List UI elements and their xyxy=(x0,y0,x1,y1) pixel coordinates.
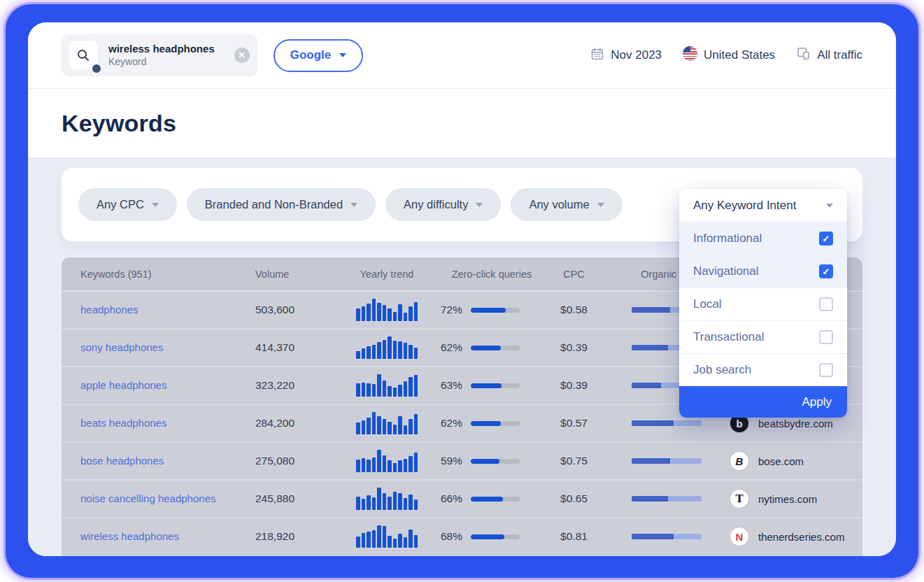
chevron-down-icon xyxy=(152,203,159,207)
keyword-link[interactable]: apple headphones xyxy=(80,379,166,391)
checkbox-icon[interactable] xyxy=(819,297,833,311)
keyword-link[interactable]: bose headphones xyxy=(80,455,164,467)
zero-click-value: 72% xyxy=(441,304,462,316)
trend-bar xyxy=(383,455,387,472)
trend-bar xyxy=(383,526,387,548)
checkbox-checked-icon[interactable]: ✓ xyxy=(819,232,833,246)
trend-bar xyxy=(408,345,413,359)
meta-item-united-states[interactable]: United States xyxy=(683,46,775,64)
filter-pill-any-volume[interactable]: Any volume xyxy=(511,188,622,221)
keyword-link[interactable]: sony headphones xyxy=(80,341,163,353)
trend-bar xyxy=(367,383,371,397)
trend-bar xyxy=(372,345,376,359)
trend-bar xyxy=(367,418,371,434)
trend-bar xyxy=(404,537,408,548)
trend-chart xyxy=(356,299,418,321)
app-window: wireless headphones Keyword ✕ Google Nov… xyxy=(28,22,896,556)
trend-chart xyxy=(356,525,418,548)
trend-bar xyxy=(388,386,392,397)
intent-option-job-search[interactable]: Job search xyxy=(679,353,847,386)
trend-bar xyxy=(393,492,397,510)
intent-option-label: Transactional xyxy=(693,330,764,344)
trend-bar xyxy=(393,463,397,472)
trend-bar xyxy=(404,498,408,510)
checkbox-icon[interactable] xyxy=(819,363,833,377)
search-input[interactable]: wireless headphones Keyword xyxy=(108,43,225,68)
filter-pill-any-cpc[interactable]: Any CPC xyxy=(78,188,177,221)
meta-item-label: Nov 2023 xyxy=(611,48,662,62)
chevron-down-icon xyxy=(350,203,357,207)
column-header: Volume xyxy=(255,269,334,280)
intent-option-label: Local xyxy=(693,297,722,311)
keyword-link[interactable]: wireless headphones xyxy=(80,530,179,542)
organic-split-bar xyxy=(632,420,702,426)
domain-favicon-icon: B xyxy=(730,452,748,470)
trend-bar xyxy=(356,423,360,434)
chevron-down-icon xyxy=(597,203,604,207)
trend-bar xyxy=(414,535,418,548)
trend-bar xyxy=(362,533,366,548)
chevron-down-icon xyxy=(826,204,833,208)
keyword-link[interactable]: noise cancelling headphones xyxy=(80,492,215,504)
filter-pill-any-difficulty[interactable]: Any difficulty xyxy=(385,188,501,221)
trend-bar xyxy=(398,416,402,434)
cpc-cell: $0.58 xyxy=(544,304,604,316)
zero-click-bar-fill xyxy=(471,534,504,539)
calendar-icon xyxy=(590,47,604,64)
trend-bar xyxy=(367,532,371,548)
trend-bar xyxy=(377,488,381,510)
organic-cell xyxy=(604,534,712,539)
trend-bar xyxy=(408,495,413,510)
trend-bar xyxy=(377,450,381,472)
zero-click-bar-fill xyxy=(471,421,501,426)
trend-bar xyxy=(362,499,366,510)
meta-item-nov-2023[interactable]: Nov 2023 xyxy=(590,47,662,64)
yearly-trend-cell xyxy=(334,412,439,434)
trend-bar xyxy=(377,342,381,359)
trend-bar xyxy=(362,458,366,472)
volume-cell: 503,600 xyxy=(255,304,334,316)
trend-bar xyxy=(393,312,397,321)
trend-bar xyxy=(372,412,376,434)
meta-item-label: United States xyxy=(704,48,775,62)
keyword-link[interactable]: headphones xyxy=(80,304,138,315)
trend-bar xyxy=(362,348,366,359)
checkbox-icon[interactable] xyxy=(819,330,833,344)
zero-click-cell: 62% xyxy=(439,417,544,430)
checkbox-checked-icon[interactable]: ✓ xyxy=(819,264,833,278)
trend-bar xyxy=(398,460,402,472)
yearly-trend-cell xyxy=(334,336,439,359)
zero-click-bar xyxy=(471,534,520,539)
keyword-link[interactable]: beats headphones xyxy=(80,417,166,429)
search-engine-dropdown[interactable]: Google xyxy=(273,39,364,72)
keyword-cell: sony headphones xyxy=(80,341,255,354)
trend-bar xyxy=(356,308,360,321)
apply-button[interactable]: Apply xyxy=(679,386,847,418)
intent-option-informational[interactable]: Informational✓ xyxy=(679,222,847,255)
trend-bar xyxy=(362,306,366,321)
keyword-cell: beats headphones xyxy=(80,417,255,430)
us-flag-icon xyxy=(683,46,697,64)
cpc-cell: $0.81 xyxy=(544,530,604,543)
zero-click-cell: 68% xyxy=(439,530,544,543)
filter-pill-branded-and-non-branded[interactable]: Branded and Non-Branded xyxy=(187,188,376,221)
keyword-intent-toggle[interactable]: Any Keyword Intent xyxy=(679,189,847,222)
zero-click-value: 62% xyxy=(441,341,462,354)
page-header: Keywords xyxy=(28,89,896,157)
clear-search-button[interactable]: ✕ xyxy=(234,48,250,63)
trend-bar xyxy=(372,384,376,397)
keyword-search-box[interactable]: wireless headphones Keyword ✕ xyxy=(62,34,258,76)
intent-option-local[interactable]: Local xyxy=(679,288,847,320)
keyword-intent-label: Any Keyword Intent xyxy=(693,199,796,213)
search-input-value: wireless headphones xyxy=(108,43,215,56)
trend-bar xyxy=(372,299,376,321)
page-title: Keywords xyxy=(62,110,176,137)
filter-pill-label: Branded and Non-Branded xyxy=(205,198,343,211)
intent-option-navigational[interactable]: Navigational✓ xyxy=(679,255,847,288)
zero-click-value: 66% xyxy=(441,492,462,505)
meta-item-all-traffic[interactable]: All traffic xyxy=(796,46,862,64)
zero-click-bar xyxy=(471,346,520,350)
zero-click-bar-fill xyxy=(471,308,506,313)
search-engine-label: Google xyxy=(290,48,332,62)
intent-option-transactional[interactable]: Transactional xyxy=(679,320,847,353)
